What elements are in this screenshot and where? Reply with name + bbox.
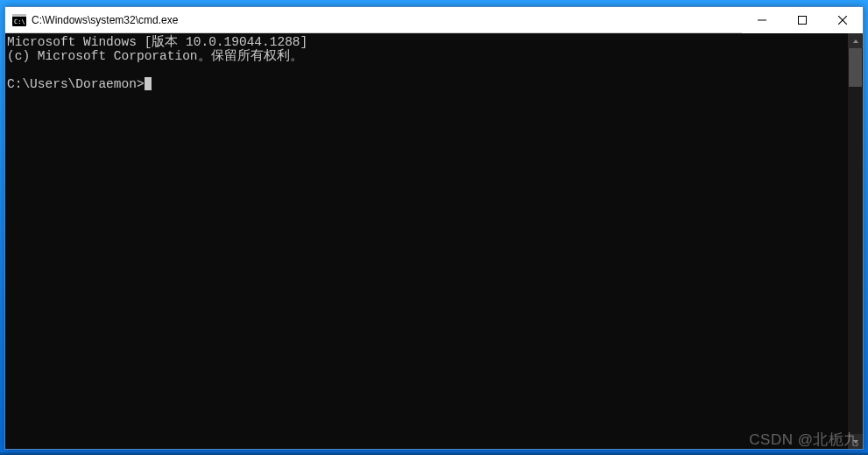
title-left: C:\ C:\Windows\system32\cmd.exe xyxy=(5,13,742,27)
window-buttons xyxy=(742,7,863,32)
output-line: (c) Microsoft Corporation。保留所有权利。 xyxy=(7,49,303,63)
window-title: C:\Windows\system32\cmd.exe xyxy=(32,14,178,26)
titlebar[interactable]: C:\ C:\Windows\system32\cmd.exe xyxy=(5,7,863,33)
minimize-button[interactable] xyxy=(742,7,782,33)
vertical-scrollbar[interactable] xyxy=(848,33,863,449)
scrollbar-thumb[interactable] xyxy=(849,48,862,87)
svg-rect-3 xyxy=(758,20,766,21)
scroll-up-button[interactable] xyxy=(848,33,863,48)
scroll-down-button[interactable] xyxy=(848,434,863,449)
cmd-icon: C:\ xyxy=(12,13,26,27)
svg-rect-1 xyxy=(12,14,26,17)
svg-text:C:\: C:\ xyxy=(14,18,25,25)
terminal-output[interactable]: Microsoft Windows [版本 10.0.19044.1288] (… xyxy=(5,33,848,449)
desktop-background: C:\ C:\Windows\system32\cmd.exe Microsof… xyxy=(0,0,868,455)
client-area: Microsoft Windows [版本 10.0.19044.1288] (… xyxy=(5,33,863,449)
text-cursor xyxy=(145,77,152,90)
svg-rect-4 xyxy=(799,17,807,25)
scrollbar-track[interactable] xyxy=(848,48,863,434)
cmd-window: C:\ C:\Windows\system32\cmd.exe Microsof… xyxy=(4,6,864,450)
output-line: Microsoft Windows [版本 10.0.19044.1288] xyxy=(7,35,307,49)
maximize-button[interactable] xyxy=(782,7,822,33)
close-button[interactable] xyxy=(822,7,863,33)
prompt: C:\Users\Doraemon> xyxy=(7,77,145,91)
